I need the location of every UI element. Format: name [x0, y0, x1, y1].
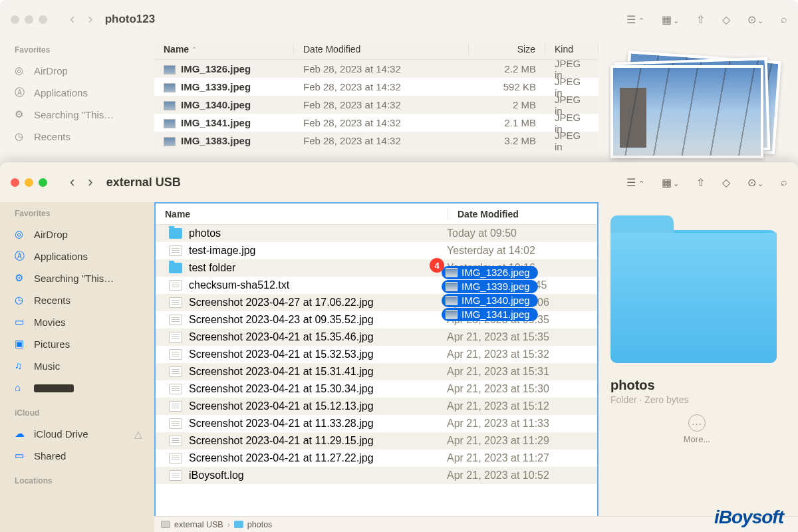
drive-icon	[161, 521, 170, 528]
finder-window-foreground: ‹ › external USB ☰ ⌃ ▦ ⇧ ◇ ⊙ ⌕ Favorites…	[0, 162, 798, 532]
share-icon[interactable]: ⇧	[696, 176, 705, 189]
drag-item: IMG_1340.jpeg	[442, 294, 538, 307]
file-icon	[169, 366, 182, 377]
file-icon	[169, 280, 182, 291]
file-row[interactable]: Screenshot 2023-04-21 at 15.12.13.jpgApr…	[156, 398, 597, 415]
toolbar-bot: ☰ ⌃ ▦ ⇧ ◇ ⊙ ⌕	[626, 176, 787, 189]
minimize-button[interactable]	[25, 178, 33, 187]
file-row[interactable]: IMG_1383.jpegFeb 28, 2023 at 14:323.2 MB…	[154, 132, 598, 150]
col-kind[interactable]: Kind	[545, 44, 598, 55]
preview-panel-top	[606, 53, 786, 160]
col-date[interactable]: Date Modified	[294, 44, 469, 55]
zoom-dot[interactable]	[39, 15, 47, 24]
file-row[interactable]: photosToday at 09:50	[156, 225, 597, 242]
sidebar-item-airdrop[interactable]: ◎AirDrop	[15, 223, 154, 245]
drag-ghost-cluster: 4 IMG_1326.jpeg IMG_1339.jpeg IMG_1340.j…	[442, 266, 538, 322]
path-segment[interactable]: external USB	[174, 520, 223, 529]
sidebar-item-applications[interactable]: ⒶApplications	[15, 245, 154, 267]
sidebar-item-searching[interactable]: ⚙Searching "This…	[15, 267, 154, 289]
view-grid-icon[interactable]: ▦	[662, 13, 679, 26]
view-grid-icon[interactable]: ▦	[662, 176, 679, 189]
sidebar-item-recents[interactable]: ◷Recents	[15, 126, 154, 148]
finder-window-background: ‹ › photo123 ☰ ⌃ ▦ ⇧ ◇ ⊙ ⌕ Favorites ◎Ai…	[0, 0, 798, 173]
file-row[interactable]: test-image.jpgYesterday at 14:02	[156, 242, 597, 259]
drag-count-badge: 4	[430, 258, 444, 273]
preview-subtitle: Folder · Zero bytes	[610, 394, 783, 405]
gear-icon: ⚙	[15, 272, 27, 285]
forward-icon[interactable]: ›	[81, 11, 99, 28]
more-icon: ···	[688, 414, 706, 432]
back-icon[interactable]: ‹	[63, 11, 81, 28]
folder-icon	[169, 263, 182, 273]
sidebar-item-music[interactable]: ♫Music	[15, 355, 154, 377]
action-icon[interactable]: ⊙	[747, 176, 763, 189]
sidebar-item-movies[interactable]: ▭Movies	[15, 311, 154, 333]
sidebar-top: Favorites ◎AirDrop ⒶApplications ⚙Search…	[0, 39, 154, 148]
col-date[interactable]: Date Modified	[448, 209, 597, 219]
search-icon[interactable]: ⌕	[781, 176, 787, 188]
file-icon	[169, 470, 182, 481]
applications-icon: Ⓐ	[15, 250, 27, 263]
tag-icon[interactable]: ◇	[722, 13, 730, 26]
file-row[interactable]: Screenshot 2023-04-21 at 15.30.34.jpgApr…	[156, 380, 597, 398]
sidebar-item-recents[interactable]: ◷Recents	[15, 289, 154, 311]
search-icon[interactable]: ⌕	[781, 13, 787, 25]
file-icon	[169, 436, 182, 446]
back-icon[interactable]: ‹	[63, 174, 81, 191]
drag-item: IMG_1326.jpeg	[442, 266, 538, 279]
sidebar-item-home[interactable]: ⌂	[15, 377, 154, 399]
col-size[interactable]: Size	[469, 44, 545, 55]
preview-name: photos	[610, 378, 783, 393]
file-row[interactable]: Screenshot 2023-04-21 at 15.31.41.jpgApr…	[156, 363, 597, 380]
sidebar-item-icloud-drive[interactable]: ☁iCloud Drive△	[15, 423, 154, 445]
view-list-icon[interactable]: ☰ ⌃	[626, 176, 644, 189]
airdrop-icon: ◎	[15, 65, 27, 77]
clock-icon: ◷	[15, 294, 27, 307]
close-dot[interactable]	[11, 15, 19, 24]
sidebar-item-searching[interactable]: ⚙Searching "This…	[15, 104, 154, 126]
file-row[interactable]: iBoysoft.logApr 21, 2023 at 10:52	[156, 467, 597, 484]
file-row[interactable]: Screenshot 2023-04-21 at 11.29.15.jpgApr…	[156, 432, 597, 450]
file-row[interactable]: Screenshot 2023-04-21 at 15.32.53.jpgApr…	[156, 346, 597, 363]
file-row[interactable]: IMG_1339.jpegFeb 28, 2023 at 14:32592 KB…	[154, 78, 598, 96]
file-row[interactable]: Screenshot 2023-04-21 at 15.35.46.jpgApr…	[156, 329, 597, 346]
window-title-bot: external USB	[106, 176, 181, 190]
view-list-icon[interactable]: ☰ ⌃	[626, 13, 644, 26]
airdrop-icon: ◎	[15, 228, 27, 241]
file-icon	[169, 384, 182, 394]
sidebar-item-applications[interactable]: ⒶApplications	[15, 82, 154, 104]
forward-icon[interactable]: ›	[81, 174, 99, 191]
file-row[interactable]: Screenshot 2023-04-21 at 11.33.28.jpgApr…	[156, 415, 597, 432]
zoom-button[interactable]	[39, 178, 47, 187]
pictures-icon: ▣	[15, 338, 27, 350]
file-row[interactable]: IMG_1340.jpegFeb 28, 2023 at 14:322 MBJP…	[154, 96, 598, 114]
more-button[interactable]: ··· More...	[610, 414, 783, 444]
sidebar-heading-favorites: Favorites	[15, 45, 154, 55]
col-name[interactable]: Name	[156, 209, 448, 219]
folder-preview-icon	[610, 230, 777, 363]
path-bar: external USB › photos	[154, 516, 798, 532]
preview-panel-bot: photos Folder · Zero bytes ··· More...	[610, 210, 783, 444]
file-list-bot[interactable]: Name Date Modified photosToday at 09:50t…	[154, 202, 598, 517]
close-button[interactable]	[11, 178, 19, 187]
minimize-dot[interactable]	[25, 15, 33, 24]
sidebar-item-airdrop[interactable]: ◎AirDrop	[15, 60, 154, 82]
traffic-lights-bot	[11, 178, 47, 187]
movies-icon: ▭	[15, 316, 27, 329]
home-icon: ⌂	[15, 382, 27, 394]
cloud-icon: ☁	[15, 428, 27, 440]
action-icon[interactable]: ⊙	[747, 13, 763, 26]
sidebar-item-shared[interactable]: ▭Shared	[15, 445, 154, 467]
col-name[interactable]: Nameˆ	[154, 44, 294, 55]
tag-icon[interactable]: ◇	[722, 176, 730, 189]
chevron-right-icon: ›	[227, 520, 230, 529]
file-row[interactable]: Screenshot 2023-04-21 at 11.27.22.jpgApr…	[156, 450, 597, 467]
file-row[interactable]: IMG_1341.jpegFeb 28, 2023 at 14:322.1 MB…	[154, 114, 598, 132]
file-row[interactable]: IMG_1326.jpegFeb 28, 2023 at 14:322.2 MB…	[154, 60, 598, 78]
traffic-lights-top	[11, 15, 47, 24]
file-list-top: Nameˆ Date Modified Size Kind IMG_1326.j…	[154, 39, 598, 150]
file-icon	[169, 332, 182, 342]
path-segment[interactable]: photos	[247, 520, 273, 529]
share-icon[interactable]: ⇧	[696, 13, 705, 26]
sidebar-item-pictures[interactable]: ▣Pictures	[15, 333, 154, 355]
